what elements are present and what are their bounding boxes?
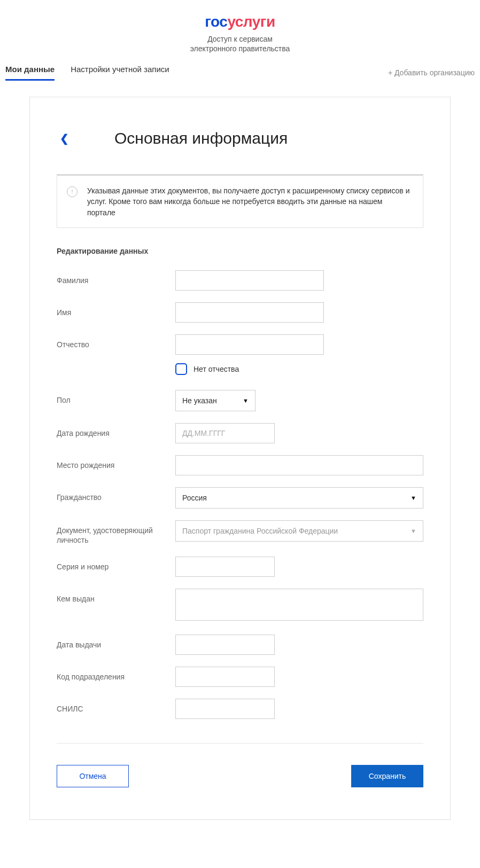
surname-input[interactable]	[175, 270, 324, 291]
info-icon: !	[67, 186, 78, 197]
dob-label: Дата рождения	[57, 423, 175, 438]
row-gender: Пол Не указан ▼	[57, 390, 423, 411]
chevron-down-icon: ▼	[411, 528, 416, 534]
cancel-button[interactable]: Отмена	[57, 765, 129, 787]
row-name: Имя	[57, 302, 423, 323]
name-label: Имя	[57, 302, 175, 317]
main-card: ❮ Основная информация ! Указывая данные …	[29, 97, 451, 820]
dept-code-input[interactable]	[175, 667, 275, 687]
dept-code-label: Код подразделения	[57, 667, 175, 682]
header-sub2: электронного правительства	[0, 44, 480, 53]
header: госуслуги Доступ к сервисам электронного…	[0, 0, 480, 59]
row-no-patronymic: Нет отчества	[175, 363, 423, 375]
name-input[interactable]	[175, 302, 324, 323]
tabs: Мои данные Настройки учетной записи	[5, 65, 169, 81]
doc-label: Документ, удостоверяющий личность	[57, 520, 175, 545]
logo: госуслуги	[0, 13, 480, 30]
row-surname: Фамилия	[57, 270, 423, 291]
snils-label: СНИЛС	[57, 699, 175, 714]
citizenship-value: Россия	[182, 494, 207, 502]
birthplace-input[interactable]	[175, 455, 423, 475]
row-doc: Документ, удостоверяющий личность Паспор…	[57, 520, 423, 545]
dob-input[interactable]	[175, 423, 275, 443]
save-button[interactable]: Сохранить	[351, 765, 423, 787]
gender-label: Пол	[57, 390, 175, 405]
citizenship-select[interactable]: Россия ▼	[175, 487, 423, 509]
no-patronymic-label: Нет отчества	[193, 365, 239, 373]
patronymic-label: Отчество	[57, 334, 175, 349]
doc-value: Паспорт гражданина Российской Федерации	[182, 527, 338, 535]
row-issue-date: Дата выдачи	[57, 635, 423, 655]
issued-by-input[interactable]	[175, 589, 423, 621]
issue-date-label: Дата выдачи	[57, 635, 175, 650]
doc-select: Паспорт гражданина Российской Федерации …	[175, 520, 423, 542]
gender-value: Не указан	[182, 396, 217, 405]
no-patronymic-checkbox[interactable]	[175, 363, 187, 375]
actions: Отмена Сохранить	[57, 765, 423, 787]
add-organization-link[interactable]: + Добавить организацию	[388, 68, 475, 77]
issued-by-label: Кем выдан	[57, 589, 175, 604]
row-snils: СНИЛС	[57, 699, 423, 719]
header-sub1: Доступ к сервисам	[0, 35, 480, 43]
row-patronymic: Отчество	[57, 334, 423, 355]
chevron-down-icon: ▼	[411, 495, 416, 501]
info-box: ! Указывая данные этих документов, вы по…	[57, 174, 423, 228]
tab-settings[interactable]: Настройки учетной записи	[71, 65, 169, 81]
issue-date-input[interactable]	[175, 635, 275, 655]
row-issued-by: Кем выдан	[57, 589, 423, 623]
page-title: Основная информация	[114, 129, 288, 147]
divider	[57, 743, 423, 744]
patronymic-input[interactable]	[175, 334, 324, 355]
row-birthplace: Место рождения	[57, 455, 423, 475]
citizenship-label: Гражданство	[57, 487, 175, 502]
logo-part2: услуги	[227, 13, 275, 30]
info-text: Указывая данные этих документов, вы полу…	[87, 185, 412, 218]
tab-my-data[interactable]: Мои данные	[5, 65, 55, 81]
snils-input[interactable]	[175, 699, 275, 719]
gender-select[interactable]: Не указан ▼	[175, 390, 256, 411]
chevron-down-icon: ▼	[243, 397, 249, 404]
back-arrow-icon[interactable]: ❮	[57, 132, 69, 145]
tabs-row: Мои данные Настройки учетной записи + До…	[0, 59, 480, 81]
row-dept-code: Код подразделения	[57, 667, 423, 687]
logo-part1: гос	[205, 13, 227, 30]
surname-label: Фамилия	[57, 270, 175, 285]
section-title: Редактирование данных	[57, 247, 423, 255]
series-input[interactable]	[175, 557, 275, 577]
birthplace-label: Место рождения	[57, 455, 175, 470]
row-dob: Дата рождения	[57, 423, 423, 443]
title-row: ❮ Основная информация	[57, 129, 423, 147]
series-label: Серия и номер	[57, 557, 175, 572]
row-citizenship: Гражданство Россия ▼	[57, 487, 423, 509]
row-series: Серия и номер	[57, 557, 423, 577]
